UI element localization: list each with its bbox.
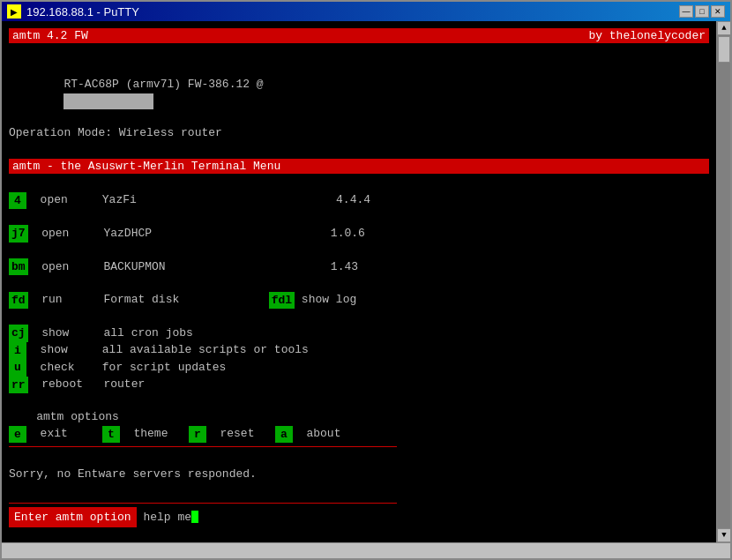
- divider-bottom: [9, 503, 397, 504]
- blank-line-8: [9, 393, 709, 409]
- title-bar: ▶ 192.168.88.1 - PuTTY — □ ✕: [2, 2, 730, 21]
- prompt-value: help me: [143, 509, 191, 526]
- scroll-down-button[interactable]: ▼: [717, 528, 730, 542]
- menu-item-format-disk: fd run Format disk fdl show log: [9, 292, 709, 310]
- scroll-up-button[interactable]: ▲: [717, 21, 730, 35]
- scroll-thumb[interactable]: [718, 36, 730, 63]
- options-label: amtm options: [9, 409, 709, 425]
- prompt-line[interactable]: Enter amtm option help me: [9, 507, 709, 528]
- menu-item-rr: rr reboot router: [9, 377, 709, 394]
- blank-line-3: [9, 175, 709, 191]
- blank-line-10: [9, 483, 709, 499]
- hostname-box: [63, 93, 153, 109]
- maximize-button[interactable]: □: [695, 5, 709, 18]
- badge-bm: bm: [9, 258, 28, 276]
- menu-item-i: i show all available scripts or tools: [9, 342, 709, 360]
- menu-item-yazfi: 4 open YazFi 4.4.4: [9, 192, 709, 210]
- scroll-track[interactable]: [717, 35, 730, 528]
- menu-item-backupmon: bm open BACKUPMON 1.43: [9, 258, 709, 276]
- status-bar: [2, 542, 730, 558]
- window: ▶ 192.168.88.1 - PuTTY — □ ✕ amtm 4.2 FW…: [0, 0, 732, 560]
- menu-item-cj: cj show all cron jobs: [9, 325, 709, 342]
- divider-top: [9, 446, 397, 447]
- badge-u: u: [9, 359, 26, 377]
- blank-line-7: [9, 309, 709, 325]
- scrollbar[interactable]: ▲ ▼: [716, 21, 730, 542]
- hostname-line1: RT-AC68P (armv7l) FW-386.12 @: [9, 61, 709, 125]
- terminal[interactable]: amtm 4.2 FW by thelonelycoder RT-AC68P (…: [2, 21, 716, 542]
- badge-j7: j7: [9, 225, 28, 243]
- cursor: [191, 511, 198, 523]
- badge-t: t: [102, 426, 120, 444]
- menu-title-bar: amtm - the Asuswrt-Merlin Terminal Menu: [9, 159, 709, 174]
- badge-r: r: [189, 426, 206, 444]
- minimize-button[interactable]: —: [679, 5, 693, 18]
- menu-options-row: e exit t theme r reset a about: [9, 426, 709, 444]
- menu-item-u: u check for script updates: [9, 359, 709, 377]
- badge-fdl: fdl: [269, 292, 295, 310]
- header-right: by thelonelycoder: [588, 29, 706, 42]
- badge-rr: rr: [9, 377, 28, 394]
- badge-i: i: [9, 342, 26, 360]
- menu-title: amtm - the Asuswrt-Merlin Terminal Menu: [12, 160, 280, 173]
- close-button[interactable]: ✕: [711, 5, 725, 18]
- status-msg: Sorry, no Entware servers responded.: [9, 467, 709, 482]
- badge-fd: fd: [9, 292, 28, 310]
- hostname-line2: Operation Mode: Wireless router: [9, 125, 709, 141]
- badge-4: 4: [9, 192, 26, 210]
- putty-icon: ▶: [7, 4, 21, 19]
- blank-line-4: [9, 209, 709, 225]
- blank-line-2: [9, 141, 709, 157]
- blank-line-1: [9, 45, 709, 61]
- blank-line-9: [9, 451, 709, 467]
- badge-a: a: [275, 426, 293, 444]
- menu-item-yazdhcp: j7 open YazDHCP 1.0.6: [9, 225, 709, 243]
- title-bar-left: ▶ 192.168.88.1 - PuTTY: [7, 4, 139, 19]
- badge-cj: cj: [9, 325, 28, 342]
- terminal-wrapper: amtm 4.2 FW by thelonelycoder RT-AC68P (…: [2, 21, 730, 542]
- header-bar: amtm 4.2 FW by thelonelycoder: [9, 28, 709, 43]
- badge-e: e: [9, 426, 26, 444]
- blank-line-5: [9, 243, 709, 258]
- header-left: amtm 4.2 FW: [12, 29, 88, 42]
- title-bar-buttons: — □ ✕: [679, 5, 725, 18]
- window-title: 192.168.88.1 - PuTTY: [26, 5, 139, 19]
- blank-line-6: [9, 275, 709, 291]
- prompt-label: Enter amtm option: [9, 507, 137, 528]
